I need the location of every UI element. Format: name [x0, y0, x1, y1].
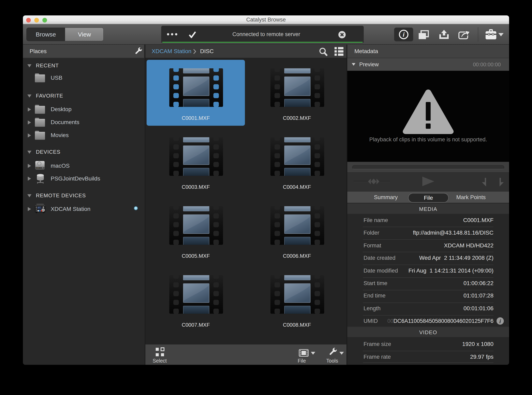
- svg-text:i: i: [499, 318, 501, 324]
- svg-text:i: i: [403, 31, 405, 38]
